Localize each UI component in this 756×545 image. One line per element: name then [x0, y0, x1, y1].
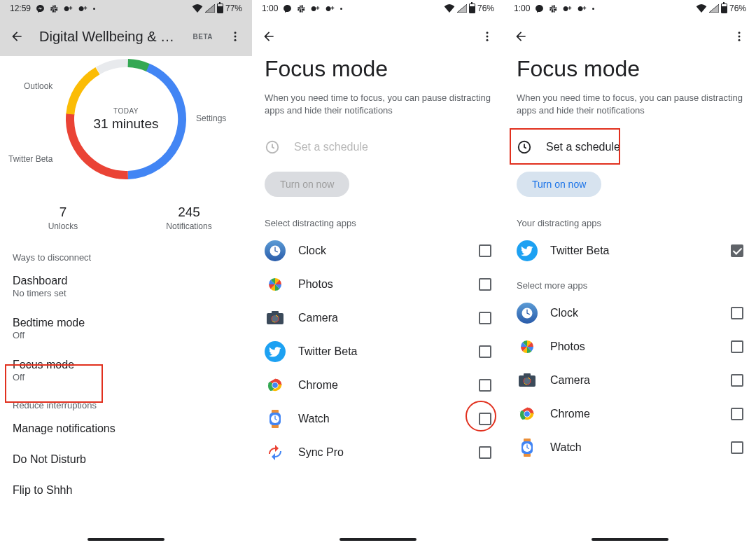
- svg-point-27: [738, 39, 741, 41]
- back-button[interactable]: [260, 28, 277, 45]
- app-bar: Digital Wellbeing & pare... BETA: [0, 17, 252, 56]
- twitter-icon: [517, 240, 538, 261]
- row-manage-notifications[interactable]: Manage notifications: [0, 413, 252, 444]
- usage-donut-chart[interactable]: TODAY 31 minutes Outlook Twitter Beta Se…: [0, 56, 252, 196]
- row-title: Do Not Disturb: [13, 453, 239, 466]
- page-description: When you need time to focus, you can pau…: [252, 92, 504, 132]
- app-checkbox[interactable]: [731, 340, 743, 353]
- row-title: Dashboard: [13, 275, 239, 287]
- controller-icon: [311, 5, 321, 12]
- clock-icon: [517, 303, 538, 324]
- page-description: When you need time to focus, you can pau…: [504, 92, 756, 132]
- turn-on-label: Turn on now: [532, 179, 586, 190]
- app-row-watch[interactable]: Watch: [504, 431, 756, 464]
- svg-point-26: [738, 36, 741, 38]
- svg-point-2: [234, 39, 237, 41]
- row-subtitle: Off: [13, 330, 239, 340]
- app-checkbox[interactable]: [731, 374, 743, 387]
- app-row-twitter-beta[interactable]: Twitter Beta: [252, 335, 504, 368]
- slack-icon: [297, 4, 306, 13]
- row-do-not-disturb[interactable]: Do Not Disturb: [0, 444, 252, 475]
- back-button[interactable]: [8, 28, 25, 45]
- app-row-chrome[interactable]: Chrome: [504, 397, 756, 431]
- app-checkbox[interactable]: [731, 307, 743, 319]
- camera-icon: [517, 370, 538, 391]
- slack-icon: [549, 4, 558, 13]
- app-checkbox[interactable]: [479, 446, 491, 459]
- wifi-icon: [696, 4, 707, 13]
- donut-center: TODAY 31 minutes: [63, 56, 189, 182]
- app-checkbox[interactable]: [731, 244, 743, 257]
- app-name-label: Chrome: [298, 379, 466, 392]
- overflow-menu-button[interactable]: [731, 28, 748, 45]
- app-name-label: Twitter Beta: [550, 244, 718, 257]
- overflow-menu-button[interactable]: [227, 28, 244, 45]
- nav-bar[interactable]: [592, 538, 668, 541]
- app-row-twitter-beta[interactable]: Twitter Beta: [504, 234, 756, 268]
- svg-point-20: [272, 383, 278, 389]
- dot-icon: [592, 8, 594, 10]
- donut-label: TODAY: [113, 107, 139, 115]
- stat-notifications-value: 245: [126, 205, 252, 220]
- app-checkbox[interactable]: [479, 345, 491, 358]
- app-row-photos[interactable]: Photos: [252, 268, 504, 301]
- stat-unlocks-value: 7: [0, 205, 126, 220]
- set-schedule-label: Set a schedule: [294, 141, 368, 153]
- svg-point-0: [234, 32, 237, 34]
- pane-focus-mode-initial: 1:00 76% Focus mode When you need time t…: [252, 0, 504, 545]
- app-checkbox[interactable]: [731, 408, 743, 420]
- app-name-label: Sync Pro: [298, 446, 466, 459]
- app-row-chrome[interactable]: Chrome: [252, 368, 504, 402]
- dot-icon: [93, 8, 95, 10]
- svg-point-37: [524, 412, 530, 418]
- dot-icon: [340, 8, 342, 10]
- app-row-camera[interactable]: Camera: [504, 364, 756, 397]
- app-row-clock[interactable]: Clock: [504, 296, 756, 330]
- highlight-twitter-checkbox: [465, 401, 496, 432]
- app-checkbox[interactable]: [479, 244, 491, 257]
- clock-icon: [265, 139, 280, 155]
- app-checkbox[interactable]: [731, 441, 743, 454]
- pane-focus-mode-selected: 1:00 76% Focus mode When you need time t…: [504, 0, 756, 545]
- section-select-apps: Select distracting apps: [252, 214, 504, 234]
- stat-notifications[interactable]: 245 Notifications: [126, 205, 252, 231]
- app-row-clock[interactable]: Clock: [252, 234, 504, 268]
- app-row-photos[interactable]: Photos: [504, 330, 756, 364]
- signal-icon: [205, 4, 215, 13]
- app-checkbox[interactable]: [479, 278, 491, 291]
- stats-row: 7 Unlocks 245 Notifications: [0, 196, 252, 244]
- signal-icon: [709, 4, 719, 13]
- row-dashboard[interactable]: Dashboard No timers set: [0, 265, 252, 308]
- highlight-focus-mode: [5, 364, 103, 403]
- app-row-sync-pro[interactable]: Sync Pro: [252, 436, 504, 469]
- controller-icon-2: [78, 5, 88, 12]
- turn-on-now-button[interactable]: Turn on now: [517, 172, 601, 197]
- app-checkbox[interactable]: [479, 379, 491, 392]
- nav-bar[interactable]: [88, 538, 164, 541]
- back-button[interactable]: [512, 28, 529, 45]
- status-time: 12:59: [10, 4, 31, 13]
- turn-on-now-button: Turn on now: [265, 172, 349, 197]
- app-bar: [252, 17, 504, 56]
- stat-unlocks[interactable]: 7 Unlocks: [0, 205, 126, 231]
- page-title: Digital Wellbeing & pare...: [39, 29, 179, 45]
- row-title: Flip to Shhh: [13, 484, 239, 497]
- twitter-icon: [265, 341, 286, 362]
- app-row-camera[interactable]: Camera: [252, 301, 504, 335]
- messenger-icon: [535, 4, 544, 13]
- photos-icon: [265, 274, 286, 295]
- chrome-icon: [265, 375, 286, 396]
- app-name-label: Watch: [550, 441, 718, 454]
- nav-bar[interactable]: [340, 538, 416, 541]
- overflow-menu-button[interactable]: [479, 28, 496, 45]
- set-schedule-row: Set a schedule: [252, 132, 504, 162]
- app-name-label: Twitter Beta: [298, 345, 466, 358]
- row-bedtime-mode[interactable]: Bedtime mode Off: [0, 308, 252, 350]
- watch-icon: [517, 437, 538, 458]
- app-name-label: Clock: [298, 244, 466, 257]
- highlight-set-schedule: [510, 128, 620, 165]
- svg-rect-31: [524, 373, 531, 376]
- sync-icon: [265, 442, 286, 463]
- row-flip-to-shhh[interactable]: Flip to Shhh: [0, 475, 252, 506]
- app-checkbox[interactable]: [479, 312, 491, 324]
